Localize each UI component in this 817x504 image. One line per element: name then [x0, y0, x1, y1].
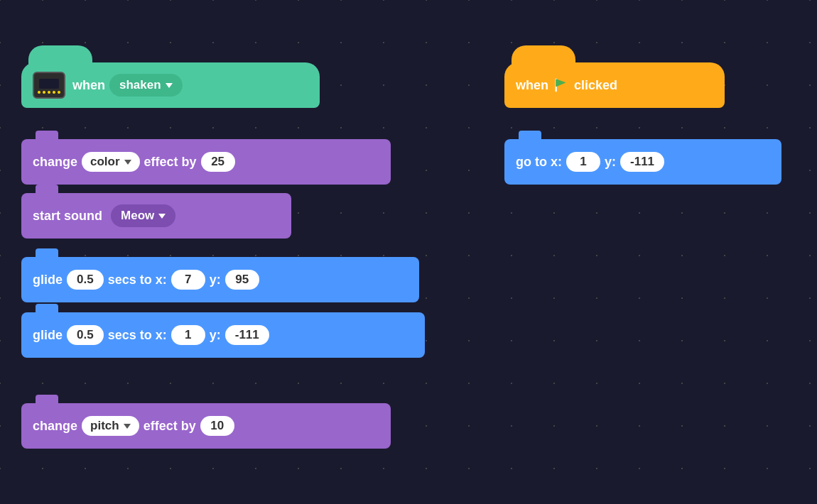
glide1-block[interactable]: glide 0.5 secs to x: 7 y: 95 [21, 257, 419, 302]
pitch-label: pitch [90, 419, 119, 433]
glide2-secs[interactable]: 0.5 [67, 325, 104, 345]
when-label: when [72, 78, 105, 93]
glide2-y[interactable]: -111 [225, 325, 269, 345]
color-value[interactable]: 25 [201, 152, 235, 172]
clicked-label: clicked [574, 78, 617, 93]
shaken-chevron-icon [166, 83, 173, 88]
shaken-dropdown[interactable]: shaken [109, 74, 183, 97]
glide1-secs-label: secs to x: [108, 273, 167, 287]
goto-y-label: y: [605, 155, 616, 170]
microbit-icon [33, 72, 65, 99]
effect-by-label: effect by [144, 155, 197, 170]
microbit-dots [38, 91, 60, 94]
color-chevron-icon [124, 160, 131, 165]
goto-xy-block[interactable]: go to x: 1 y: -111 [504, 139, 781, 185]
color-dropdown[interactable]: color [82, 152, 140, 172]
glide1-label: glide [33, 273, 63, 287]
when-shaken-block[interactable]: when shaken [21, 62, 320, 108]
blocks-canvas: when shaken change color effect by 25 st… [0, 0, 817, 504]
glide1-secs[interactable]: 0.5 [67, 270, 104, 290]
start-sound-label: start sound [33, 209, 102, 224]
goto-y[interactable]: -111 [620, 152, 664, 172]
goto-x[interactable]: 1 [566, 152, 600, 172]
when-clicked-when-label: when [516, 78, 548, 93]
pitch-dropdown[interactable]: pitch [82, 416, 139, 436]
change-color-block[interactable]: change color effect by 25 [21, 139, 391, 185]
shaken-label: shaken [119, 78, 161, 92]
glide2-label: glide [33, 328, 63, 343]
glide1-y-label: y: [210, 273, 221, 287]
glide1-y[interactable]: 95 [225, 270, 259, 290]
glide1-x[interactable]: 7 [171, 270, 205, 290]
glide2-secs-label: secs to x: [108, 328, 167, 343]
goto-label: go to x: [516, 155, 562, 170]
sound-dropdown[interactable]: Meow [111, 204, 175, 227]
start-sound-block[interactable]: start sound Meow [21, 193, 291, 239]
glide2-y-label: y: [210, 328, 221, 343]
color-label: color [90, 155, 120, 169]
meow-label: Meow [121, 209, 154, 223]
sound-chevron-icon [158, 214, 166, 219]
glide2-x[interactable]: 1 [171, 325, 205, 345]
change-pitch-label: change [33, 419, 77, 434]
flag-icon [553, 77, 570, 93]
when-clicked-block[interactable]: when clicked [504, 62, 725, 108]
change-label: change [33, 155, 77, 170]
change-pitch-block[interactable]: change pitch effect by 10 [21, 403, 391, 449]
glide2-block[interactable]: glide 0.5 secs to x: 1 y: -111 [21, 312, 425, 358]
pitch-chevron-icon [124, 424, 131, 429]
pitch-value[interactable]: 10 [200, 416, 234, 436]
pitch-effect-by-label: effect by [144, 419, 196, 434]
